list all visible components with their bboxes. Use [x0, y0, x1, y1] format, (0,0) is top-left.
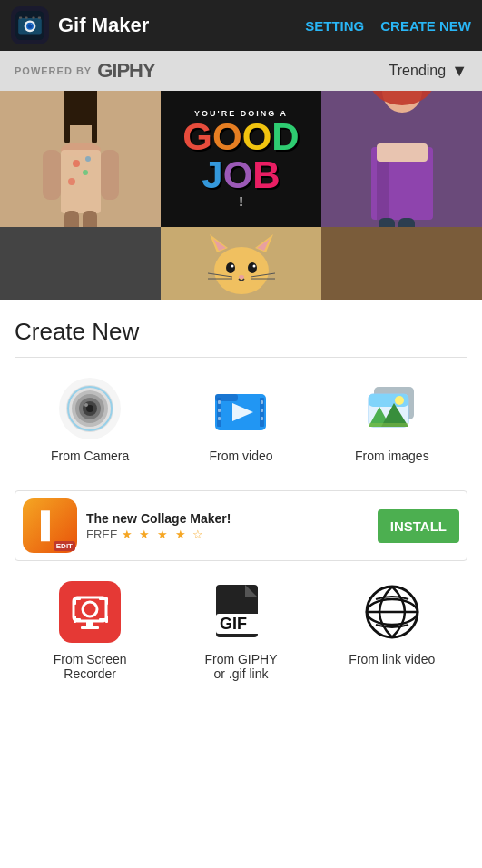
screen-recorder-icon: [57, 579, 123, 645]
ad-banner: ▌ EDIT The new Collage Maker! FREE ★ ★ ★…: [15, 490, 467, 561]
svg-point-16: [73, 160, 80, 167]
app-header: Gif Maker SETTING CREATE NEW: [0, 0, 482, 51]
gif-cell-2[interactable]: YOU'RE DOING A GOOD JOB !: [161, 91, 321, 227]
from-video-label: From video: [209, 449, 272, 463]
svg-rect-30: [398, 218, 415, 227]
svg-point-17: [83, 170, 88, 175]
svg-rect-81: [105, 616, 108, 623]
good-job-graphic: YOU'RE DOING A GOOD JOB !: [175, 102, 306, 216]
from-images-label: From images: [355, 449, 429, 463]
svg-point-31: [214, 247, 269, 294]
from-link-video-label: From link video: [349, 652, 435, 666]
svg-rect-15: [61, 150, 101, 213]
section-divider: [15, 357, 467, 358]
svg-rect-28: [377, 143, 428, 162]
powered-by-label: POWERED BY: [15, 65, 92, 76]
svg-point-39: [252, 264, 255, 267]
svg-point-5: [31, 24, 33, 25]
trending-dropdown[interactable]: Trending ▼: [389, 62, 467, 81]
svg-rect-8: [32, 16, 34, 18]
svg-rect-12: [64, 91, 70, 143]
from-camera-label: From Camera: [51, 449, 129, 463]
svg-point-68: [395, 396, 404, 405]
svg-rect-63: [261, 417, 263, 420]
ad-title: The new Collage Maker!: [86, 511, 369, 526]
giphy-logo: GIPHY: [97, 59, 154, 83]
svg-rect-22: [64, 211, 79, 227]
svg-point-37: [248, 262, 257, 273]
gif-file-icon: GIF: [208, 579, 273, 645]
svg-rect-79: [74, 616, 76, 623]
svg-rect-75: [74, 597, 76, 605]
from-camera-option[interactable]: From Camera: [35, 376, 144, 463]
svg-rect-9: [38, 16, 41, 18]
video-icon: [208, 376, 273, 441]
gif-grid: YOU'RE DOING A GOOD JOB !: [0, 91, 482, 300]
gif-cell-6[interactable]: [321, 227, 482, 300]
ad-info: The new Collage Maker! FREE ★ ★ ★ ★ ☆: [86, 511, 369, 541]
svg-rect-21: [101, 150, 119, 200]
svg-point-73: [83, 602, 97, 616]
trending-label: Trending: [389, 63, 447, 79]
from-giphy-label: From GIPHYor .gif link: [204, 652, 277, 681]
svg-rect-6: [19, 16, 22, 18]
gif-cell-1[interactable]: [0, 91, 161, 227]
from-screen-recorder-option[interactable]: From ScreenRecorder: [35, 579, 144, 681]
from-images-option[interactable]: From images: [338, 376, 447, 463]
svg-point-25: [369, 91, 435, 105]
from-screen-recorder-label: From ScreenRecorder: [54, 652, 127, 681]
gif-cell-3[interactable]: [321, 91, 482, 227]
ad-free-label: FREE: [86, 528, 118, 541]
from-video-option[interactable]: From video: [186, 376, 295, 463]
ad-badge-label: EDIT: [54, 541, 75, 551]
create-new-nav-item[interactable]: CREATE NEW: [380, 18, 471, 34]
create-new-title: Create New: [15, 318, 467, 346]
svg-point-38: [231, 264, 233, 267]
svg-rect-82: [86, 621, 93, 626]
header-nav: SETTING CREATE NEW: [305, 18, 471, 34]
svg-point-19: [85, 156, 91, 162]
svg-rect-61: [261, 400, 263, 404]
ad-app-icon: ▌ EDIT: [23, 498, 77, 553]
svg-rect-76: [99, 597, 106, 600]
svg-point-40: [239, 275, 244, 279]
chevron-down-icon: ▼: [451, 62, 467, 81]
svg-point-52: [84, 403, 88, 407]
gif-cell-5[interactable]: [161, 227, 321, 300]
from-giphy-option[interactable]: GIF From GIPHYor .gif link: [186, 579, 295, 681]
install-button[interactable]: INSTALL: [378, 509, 459, 543]
app-logo: [11, 6, 49, 44]
create-options-row-1: From Camera: [15, 376, 467, 463]
svg-rect-23: [83, 211, 97, 227]
ad-stars: ★ ★ ★ ★ ☆: [122, 528, 205, 541]
app-title: Gif Maker: [58, 14, 305, 37]
svg-point-18: [68, 178, 75, 185]
camera-icon: [57, 376, 123, 441]
gif-cell-4[interactable]: [0, 227, 161, 300]
svg-rect-80: [99, 618, 106, 621]
from-link-video-option[interactable]: From link video: [338, 579, 447, 681]
svg-rect-83: [81, 626, 99, 629]
globe-icon: [359, 579, 425, 645]
images-icon: [359, 376, 425, 441]
svg-rect-60: [218, 417, 221, 420]
giphy-bar: POWERED BY GIPHY Trending ▼: [0, 51, 482, 91]
setting-nav-item[interactable]: SETTING: [305, 18, 364, 34]
svg-text:GIF: GIF: [220, 615, 247, 633]
svg-rect-29: [379, 218, 395, 227]
create-new-section: Create New: [0, 300, 482, 490]
svg-point-36: [226, 262, 235, 273]
svg-rect-13: [92, 91, 97, 143]
svg-rect-58: [218, 400, 221, 404]
svg-rect-7: [25, 16, 27, 18]
ad-free-row: FREE ★ ★ ★ ★ ☆: [86, 528, 369, 541]
svg-rect-77: [105, 597, 108, 605]
create-options-row-2: From ScreenRecorder GIF From GIPHYor .gi…: [0, 579, 482, 699]
svg-rect-59: [218, 409, 221, 412]
svg-rect-62: [261, 409, 263, 412]
svg-rect-20: [43, 150, 61, 200]
svg-rect-71: [369, 423, 408, 427]
